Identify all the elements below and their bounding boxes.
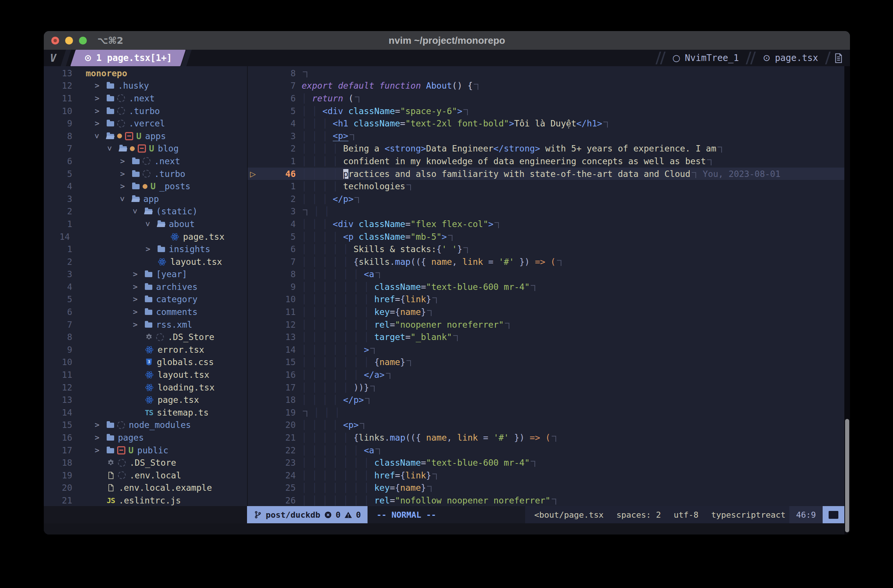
tree-item-name[interactable]: rss.xml [156,320,192,330]
tree-item-name[interactable]: .turbo [129,106,160,116]
chevron-right-icon[interactable]: > [120,157,131,166]
tree-item-name[interactable]: .turbo [154,169,185,179]
tree-item-name[interactable]: about [169,219,195,229]
chevron-right-icon[interactable]: > [95,106,106,116]
code-line[interactable]: 16│ │ │ │ │ │ </a> [248,368,850,381]
tree-row[interactable]: 8.DS_Store [44,331,247,344]
chevron-right-icon[interactable]: > [95,446,106,455]
code-line[interactable]: 24│ │ │ │ │ │ │ href={link} [248,469,850,482]
code-line[interactable]: 14│ │ │ │ │ │ > [248,344,850,356]
code-line[interactable]: 6│ return ( [248,92,850,105]
tree-row[interactable]: 103globals.css [44,356,247,369]
tree-row[interactable]: 8>Uapps [44,130,247,142]
command-line[interactable] [44,523,850,534]
chevron-right-icon[interactable]: > [95,433,106,442]
tree-row[interactable]: 4>U_posts [44,180,247,193]
code-line[interactable]: 9│ │ │ │ │ │ │ className="text-blue-600 … [248,280,850,293]
code-line[interactable]: 2│ │ │ │ Being a <strong>Data Engineer</… [248,142,850,155]
tree-item-name[interactable]: .next [154,156,180,166]
tree-row[interactable]: 14page.tsx [44,230,247,243]
tree-row[interactable]: 13page.tsx [44,393,247,406]
tree-item-name[interactable]: [year] [156,269,187,279]
tree-item-name[interactable]: monorepo [86,69,127,78]
code-line[interactable]: 1│ │ │ │ confident in my knowledge of da… [248,155,850,168]
code-line[interactable]: ▷46│ │ │ │ practices and also familiarit… [248,168,850,180]
chevron-right-icon[interactable]: > [133,270,144,279]
chevron-right-icon[interactable]: > [95,94,106,103]
code-editor[interactable]: 87export default function About() {6│ re… [248,66,850,506]
scrollbar-thumb[interactable] [845,419,849,532]
code-line[interactable]: 11│ │ │ │ │ │ │ key={name} [248,306,850,318]
tree-row[interactable]: 5>category [44,293,247,306]
tree-item-name[interactable]: node_modules [129,420,191,430]
code-line[interactable]: 8 [248,67,850,80]
tree-row[interactable]: 13monorepo [44,67,247,80]
chevron-right-icon[interactable]: > [95,81,106,90]
tree-row[interactable]: 12>.husky [44,80,247,92]
tree-row[interactable]: 19.env.local [44,469,247,482]
tree-row[interactable]: 7>rss.xml [44,318,247,331]
tree-item-name[interactable]: .DS_Store [168,332,215,342]
code-line[interactable]: 5│ │ │ │ <p className="mb-5"> [248,230,850,243]
tree-item-name[interactable]: sitemap.ts [157,408,209,417]
tree-row[interactable]: 1>about [44,218,247,230]
tree-row[interactable]: 6>.next [44,155,247,168]
code-line[interactable]: 18│ │ │ │ </p> [248,393,850,406]
tree-row[interactable]: 20.env.local.example [44,482,247,495]
code-line[interactable]: 21│ │ │ │ │ {links.map(({ name, link = '… [248,431,850,444]
code-line[interactable]: 2│ │ │ </p> [248,193,850,206]
tree-item-name[interactable]: .DS_Store [129,458,176,468]
document-icon[interactable] [830,50,850,66]
tree-row[interactable]: 16>pages [44,431,247,444]
tree-row[interactable]: 3>app [44,193,247,206]
tree-item-name[interactable]: blog [158,144,179,153]
tree-row[interactable]: 2>(static) [44,206,247,218]
chevron-right-icon[interactable]: > [133,320,144,329]
tree-row[interactable]: 15>node_modules [44,419,247,432]
tree-item-name[interactable]: pages [118,433,144,442]
tree-row[interactable]: 7>Ublog [44,142,247,155]
code-line[interactable]: 5│ │ <div className="space-y-6"> [248,105,850,117]
code-line[interactable]: 4│ │ │ <h1 className="text-2xl font-bold… [248,117,850,130]
tree-row[interactable]: 21JS.eslintrc.js [44,494,247,506]
tree-row[interactable]: 5>.turbo [44,168,247,180]
code-line[interactable]: 7│ │ │ │ │ {skills.map(({ name, link = '… [248,255,850,268]
tree-item-name[interactable]: (static) [156,207,198,216]
chevron-right-icon[interactable]: > [120,170,131,178]
code-line[interactable]: 22│ │ │ │ │ │ <a [248,444,850,457]
chevron-right-icon[interactable]: > [146,244,157,254]
chevron-down-icon[interactable]: > [107,144,119,153]
code-line[interactable]: 6│ │ │ │ │ Skills & stacks:{' '} [248,243,850,255]
code-line[interactable]: 23│ │ │ │ │ │ │ className="text-blue-600… [248,456,850,469]
code-line[interactable]: 26│ │ │ │ │ │ │ rel="nofollow noopener n… [248,494,850,506]
code-line[interactable]: 1│ │ │ │ technologies [248,180,850,193]
tree-item-name[interactable]: .husky [118,81,149,90]
scrollbar[interactable] [844,66,850,534]
tree-item-name[interactable]: app [143,194,159,204]
tree-row[interactable]: 11layout.tsx [44,368,247,381]
chevron-right-icon[interactable]: > [120,182,131,191]
tree-row[interactable]: 9error.tsx [44,344,247,356]
tree-row[interactable]: 10>.turbo [44,105,247,117]
tree-item-name[interactable]: apps [145,131,166,141]
code-line[interactable]: 15│ │ │ │ │ │ │ {name} [248,356,850,369]
code-line[interactable]: 3 │ │ [248,206,850,218]
tree-item-name[interactable]: .eslintrc.js [119,496,181,506]
code-line[interactable]: 4│ │ │ <div className="flex flex-col"> [248,218,850,230]
code-line[interactable]: 20│ │ │ │ <p> [248,419,850,432]
tree-item-name[interactable]: insights [169,244,210,254]
tree-item-name[interactable]: _posts [159,182,191,191]
titlebar[interactable]: ⌥⌘2 nvim ~/project/monorepo [44,31,850,50]
tree-item-name[interactable]: .env.local.example [119,483,212,493]
tree-row[interactable]: 9>.vercel [44,117,247,130]
code-line[interactable]: 19 │ │ │ [248,406,850,419]
code-line[interactable]: 17│ │ │ │ │ ))} [248,381,850,394]
chevron-down-icon[interactable]: > [95,132,106,141]
tree-row[interactable]: 18.DS_Store [44,456,247,469]
tree-row[interactable]: 14TSsitemap.ts [44,406,247,419]
tab-nvimtree[interactable]: ○ NvimTree_1 [665,50,746,66]
code-line[interactable]: 13│ │ │ │ │ │ │ target="_blank" [248,331,850,344]
chevron-right-icon[interactable]: > [133,282,144,291]
code-line[interactable]: 3│ │ │ <p> [248,130,850,142]
code-line[interactable]: 10│ │ │ │ │ │ │ href={link} [248,293,850,306]
